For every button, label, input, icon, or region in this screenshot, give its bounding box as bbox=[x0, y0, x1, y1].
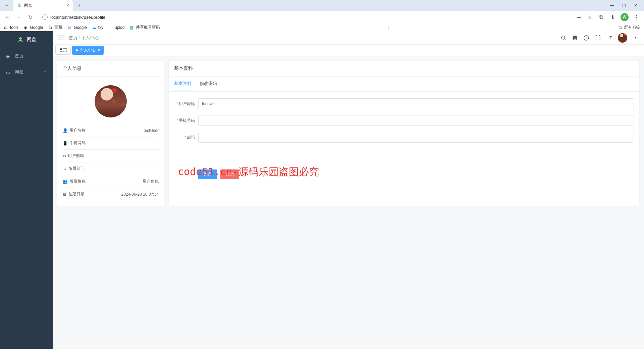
upload-icon: ↑ bbox=[109, 25, 113, 30]
content: 个人信息 👤用户名称 testUser 📱手机号码 ✉用户邮箱 bbox=[53, 56, 644, 210]
reload-button[interactable]: ↻ bbox=[27, 14, 34, 20]
page-tab-home[interactable]: 首页 bbox=[55, 46, 71, 55]
avatar-big[interactable] bbox=[95, 85, 127, 117]
dept-icon: ⛬ bbox=[63, 166, 67, 171]
window-controls: — ▢ ✕ bbox=[610, 3, 644, 8]
chevron-down-icon: ﹀ bbox=[43, 70, 47, 74]
tab-bar: 网盘 × + — ▢ ✕ bbox=[0, 0, 644, 11]
bookmarks-bar: 🗀tools ◉Google 🗀宝藏 GGoogle ☁txy ↑uplod ▦… bbox=[0, 23, 644, 31]
close-button[interactable]: 关闭 bbox=[220, 169, 239, 179]
user-icon: 👤 bbox=[63, 128, 68, 133]
avatar[interactable] bbox=[618, 33, 627, 43]
chevron-down-icon[interactable]: ▾ bbox=[633, 36, 639, 39]
logo-text: 网盘 bbox=[27, 37, 36, 43]
phone-label: *手机号码 bbox=[174, 118, 195, 123]
breadcrumb-root[interactable]: 首页 bbox=[69, 35, 77, 40]
help-icon[interactable]: ? bbox=[584, 35, 590, 41]
form-card: 基本资料 基本资料 修改密码 *用户昵称 *手机号码 *邮箱 bbox=[169, 61, 639, 206]
email-label: *邮箱 bbox=[174, 135, 195, 140]
folder-icon: 🗀 bbox=[4, 25, 9, 30]
cloud-icon: ☁ bbox=[92, 25, 97, 30]
maximize-button[interactable]: ▢ bbox=[622, 3, 626, 8]
nickname-label: *用户昵称 bbox=[174, 101, 195, 107]
close-icon[interactable]: × bbox=[66, 3, 69, 8]
browser-tab[interactable]: 网盘 × bbox=[13, 0, 73, 11]
page-tabs: 首页 个人中心 × bbox=[53, 45, 644, 56]
logo[interactable]: 网盘 bbox=[0, 31, 53, 48]
save-button[interactable]: 保存 bbox=[198, 169, 217, 179]
globe-icon: ◉ bbox=[24, 25, 29, 30]
minimize-button[interactable]: — bbox=[610, 3, 614, 8]
info-row-phone: 📱手机号码 bbox=[63, 137, 159, 150]
leaf-icon bbox=[17, 3, 22, 8]
new-tab-button[interactable]: + bbox=[74, 1, 84, 10]
topbar: 首页 / 个人中心 ? ⛶ ᴛT ▾ bbox=[53, 31, 644, 45]
dashboard-icon: ◉ bbox=[6, 54, 11, 59]
breadcrumb-current: 个人中心 bbox=[81, 35, 99, 40]
main: 首页 / 个人中心 ? ⛶ ᴛT ▾ bbox=[53, 31, 644, 349]
profile-badge[interactable]: W bbox=[621, 13, 629, 21]
url-text: localhost/netdisk/user/profile bbox=[50, 15, 105, 20]
info-row-date: 🗓创建日期 2024-06-28 10:07:34 bbox=[63, 188, 159, 200]
email-input[interactable] bbox=[198, 132, 634, 143]
folder-icon: 🗀 bbox=[619, 25, 623, 30]
bookmark-tools[interactable]: 🗀tools bbox=[4, 25, 18, 30]
download-icon[interactable]: ⬇ bbox=[609, 14, 616, 20]
dot-icon bbox=[76, 49, 78, 51]
sidebar-item-disk[interactable]: ▭ 网盘 ﹀ bbox=[0, 64, 53, 80]
browser-chrome: 网盘 × + — ▢ ✕ ← → ↻ i localhost/netdisk/u… bbox=[0, 0, 644, 31]
profile-card: 个人信息 👤用户名称 testUser 📱手机号码 ✉用户邮箱 bbox=[57, 61, 164, 206]
page-tab-profile[interactable]: 个人中心 × bbox=[72, 46, 104, 55]
breadcrumb: 首页 / 个人中心 bbox=[69, 35, 99, 41]
fontsize-icon[interactable]: ᴛT bbox=[606, 35, 612, 40]
url-box[interactable]: i localhost/netdisk/user/profile bbox=[38, 12, 570, 22]
bookmark-treasure[interactable]: 🗀宝藏 bbox=[48, 24, 62, 30]
menu-icon[interactable]: ⋮ bbox=[633, 14, 640, 20]
disk-icon: ▭ bbox=[6, 70, 11, 75]
info-row-dept: ⛬所属部门 bbox=[63, 162, 159, 175]
form-tabs: 基本资料 修改密码 bbox=[169, 77, 639, 92]
back-button[interactable]: ← bbox=[4, 14, 11, 20]
search-icon[interactable] bbox=[561, 35, 567, 41]
profile-card-title: 个人信息 bbox=[57, 61, 164, 77]
mail-icon: ✉ bbox=[63, 154, 66, 158]
fullscreen-icon[interactable]: ⛶ bbox=[595, 35, 601, 41]
info-icon[interactable]: i bbox=[42, 14, 48, 20]
bookmark-google[interactable]: ◉Google bbox=[24, 25, 43, 30]
key-icon[interactable]: ⊶ bbox=[575, 14, 582, 20]
github-icon[interactable] bbox=[572, 35, 578, 41]
star-icon[interactable]: ☆ bbox=[586, 14, 593, 20]
bookmark-txy[interactable]: ☁txy bbox=[92, 25, 103, 30]
info-row-username: 👤用户名称 testUser bbox=[63, 124, 159, 137]
tab-basic[interactable]: 基本资料 bbox=[174, 77, 192, 91]
close-icon[interactable]: × bbox=[98, 48, 100, 52]
role-icon: 👥 bbox=[63, 179, 68, 184]
google-icon: G bbox=[68, 25, 72, 30]
svg-text:?: ? bbox=[585, 36, 587, 40]
leaf-icon bbox=[17, 36, 24, 43]
hamburger-icon[interactable] bbox=[58, 36, 64, 40]
phone-icon: 📱 bbox=[63, 141, 68, 146]
phone-input[interactable] bbox=[198, 115, 634, 126]
info-row-role: 👥所属角色 用户角色 bbox=[63, 175, 159, 188]
close-button[interactable]: ✕ bbox=[634, 3, 637, 8]
sidebar-item-home[interactable]: ◉ 首页 bbox=[0, 48, 53, 64]
form-card-title: 基本资料 bbox=[169, 61, 639, 77]
all-bookmarks[interactable]: 🗀所有书签 bbox=[619, 24, 640, 30]
tab-title: 网盘 bbox=[24, 3, 64, 8]
svg-point-0 bbox=[561, 36, 565, 39]
sidebar: 网盘 ◉ 首页 ▭ 网盘 ﹀ bbox=[0, 31, 53, 349]
date-icon: 🗓 bbox=[63, 192, 67, 197]
sheet-icon: ▦ bbox=[130, 25, 135, 30]
tab-password[interactable]: 修改密码 bbox=[200, 77, 217, 91]
info-row-email: ✉用户邮箱 bbox=[63, 150, 159, 162]
extension-icon[interactable]: ⧉ bbox=[598, 14, 604, 20]
bookmark-google2[interactable]: GGoogle bbox=[68, 25, 87, 30]
nickname-input[interactable] bbox=[198, 98, 634, 109]
bookmark-shared[interactable]: ▦共享账号密码 bbox=[130, 24, 160, 30]
folder-icon: 🗀 bbox=[48, 25, 53, 30]
bookmark-upload[interactable]: ↑uplod bbox=[109, 25, 124, 30]
forward-button[interactable]: → bbox=[15, 14, 22, 20]
address-bar: ← → ↻ i localhost/netdisk/user/profile ⊶… bbox=[0, 11, 644, 23]
tab-dropdown[interactable] bbox=[3, 1, 11, 9]
